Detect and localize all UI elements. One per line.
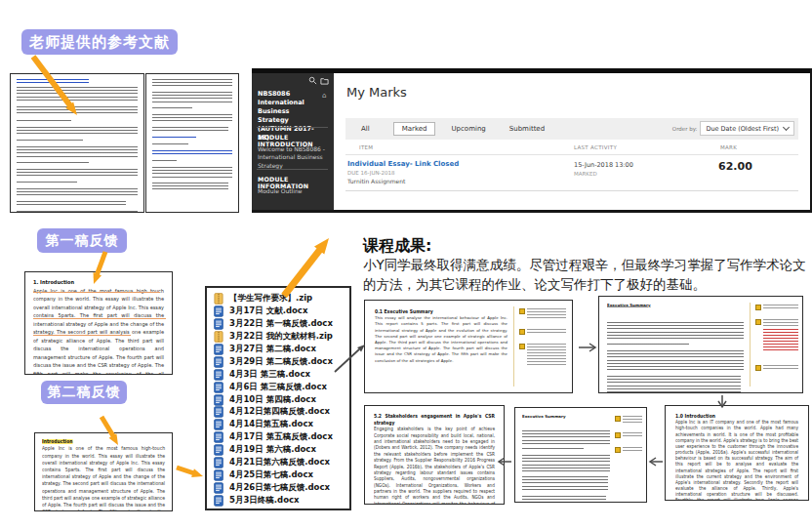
status-badge: MARKED: [574, 171, 597, 177]
sidebar-item-module-outline[interactable]: Module Outline: [258, 187, 326, 195]
file-list-item[interactable]: 4月6日 第三稿反馈.docx: [214, 381, 345, 393]
document-text: [522, 430, 610, 503]
draft2-document: Introduction Apple Inc is one of the mos…: [34, 432, 173, 511]
order-by-dropdown[interactable]: Due Date (Oldest First): [700, 121, 794, 136]
file-list-item[interactable]: 3月17日 文献.docx: [214, 305, 345, 318]
comment-column: [755, 305, 798, 385]
search-icon[interactable]: [308, 76, 317, 85]
text-lines: [607, 376, 741, 393]
file-list-item[interactable]: 3月22日 第一稿反馈.docx: [214, 318, 345, 331]
file-name: 【学生写作要求】.zip: [229, 293, 312, 305]
text-lines: [17, 120, 71, 123]
word-document-icon: [214, 394, 226, 406]
file-name: 4月17日 第五稿反馈.docx: [229, 431, 333, 443]
file-list-item[interactable]: 4月26日第七稿反馈.docx: [214, 481, 345, 494]
comment-icon: [519, 329, 525, 335]
due-date: DUE 16-JUN-2018: [347, 170, 395, 176]
chevron-down-icon: [783, 124, 790, 131]
file-name: 5月3日终稿.docx: [229, 495, 300, 507]
slide-canvas: 老师提供的参考文献 第一稿反馈 第二稿反馈 NBS8086 Internatio…: [0, 0, 812, 529]
text-lines: [152, 127, 228, 133]
draft2-body: Apple Inc is one of the most famous high…: [42, 445, 165, 511]
comment-icon: [519, 308, 525, 314]
folder-icon[interactable]: [320, 76, 329, 85]
comment-column: [615, 416, 642, 494]
marks-tabbar: AllMarkedUpcomingSubmitted Order by: Due…: [345, 118, 798, 140]
thumb-body: Engaging stakeholders is the key point o…: [374, 427, 495, 506]
sidebar-item-welcome[interactable]: Welcome to NBS8086 - International Busin…: [258, 145, 326, 170]
text-lines: [17, 127, 138, 136]
file-list-item[interactable]: 4月21日第六稿反馈.docx: [214, 457, 345, 469]
text-lines: [17, 162, 89, 165]
mark-value: 62.00: [718, 160, 752, 173]
comment-marker: [755, 305, 798, 310]
label-teacher-references: 老师提供的参考文献: [21, 29, 178, 55]
thumb-body: This essay will analyse the internationa…: [375, 315, 508, 364]
zip-archive-icon: [214, 331, 226, 343]
comment-text-lines: [623, 447, 642, 453]
feedback-mark: [33, 318, 166, 319]
file-list-item[interactable]: 3月29日 第二稿反馈.docx: [214, 355, 345, 368]
file-name: 4月19日 第六稿.docx: [229, 444, 316, 456]
home-icon[interactable]: ⌂: [322, 92, 326, 100]
col-mark: MARK: [720, 144, 737, 150]
reference-doc-text: [17, 79, 138, 213]
tab-upcoming[interactable]: Upcoming: [451, 125, 485, 133]
table-row: Individual Essay- Link Closed DUE 16-JUN…: [345, 155, 798, 191]
file-list-item[interactable]: 4月10日 第四稿.docx: [214, 393, 345, 406]
tracked-changes-text: [607, 322, 744, 393]
thumb-heading: Executive Summary: [522, 414, 610, 419]
thumb-heading: Executive Summary: [607, 303, 744, 308]
tab-submitted[interactable]: Submitted: [509, 125, 545, 133]
file-list-item[interactable]: 5月3日终稿.docx: [214, 494, 345, 507]
comment-red-text-lines: [763, 329, 798, 352]
thumb-stakeholders: 5.2 Stakeholders engagement in Apple's C…: [364, 405, 505, 505]
file-name: 4月6日 第三稿反馈.docx: [229, 382, 327, 393]
file-list-item[interactable]: 4月3日 第三稿.docx: [214, 368, 345, 381]
text-lines: [17, 201, 126, 207]
file-name: 3月22日 第一稿反馈.docx: [229, 318, 333, 330]
text-lines: [607, 350, 744, 372]
label-draft1-feedback: 第一稿反馈: [37, 228, 127, 253]
text-lines: [152, 79, 232, 88]
file-list-item[interactable]: 【学生写作要求】.zip: [214, 293, 345, 305]
comment-text-lines: [763, 305, 798, 309]
comment-text-lines: [763, 319, 798, 327]
file-list-item[interactable]: 4月14日第五稿.docx: [214, 419, 345, 431]
file-list-item[interactable]: 3月27日 第二稿.docx: [214, 344, 345, 356]
divider: [257, 127, 328, 128]
thumb-exec-summary-final: Executive Summary: [514, 407, 647, 503]
text-lines: [152, 107, 192, 110]
lms-sidebar: NBS8086 International Business Strategy …: [252, 68, 334, 210]
table-header: ITEM LAST ACTIVITY MARK: [345, 140, 798, 155]
comment-text-lines: [527, 308, 566, 320]
comment-marker: [615, 432, 642, 438]
comment-icon: [755, 319, 761, 325]
file-name: 4月14日第五稿.docx: [229, 419, 313, 430]
text-lines: [17, 87, 138, 102]
text-lines: [522, 496, 606, 503]
tab-all[interactable]: All: [361, 125, 370, 133]
text-lines: [607, 322, 744, 340]
text-lines: [607, 344, 689, 346]
comment-marker: [615, 416, 642, 424]
text-lines: [152, 143, 188, 146]
word-document-icon: [214, 431, 226, 443]
file-name: 4月3日 第三稿.docx: [229, 369, 310, 381]
thumb-introduction-final: 1.0 Introduction Apple Inc is an IT comp…: [665, 405, 809, 501]
word-document-icon: [214, 305, 226, 317]
file-list-item[interactable]: 4月12日第四稿反馈.docx: [214, 406, 345, 419]
lms-screenshot: NBS8086 International Business Strategy …: [252, 68, 812, 213]
draft2-heading: Introduction: [42, 439, 72, 444]
comment-text-lines: [527, 329, 566, 334]
thumb-body: Apple Inc is an IT company and one of th…: [675, 420, 798, 501]
file-list-item[interactable]: 3月22日 我的文献材料.zip: [214, 331, 345, 344]
tab-marked[interactable]: Marked: [393, 122, 436, 136]
assignment-type: Turnitin Assignment: [347, 178, 405, 184]
file-list-item[interactable]: 4月25日第七稿.docx: [214, 468, 345, 481]
comment-marker: [755, 319, 798, 356]
file-list-item[interactable]: 4月19日 第六稿.docx: [214, 444, 345, 457]
file-list-item[interactable]: 4月17日 第五稿反馈.docx: [214, 431, 345, 444]
text-lines: [17, 188, 138, 197]
assignment-link[interactable]: Individual Essay- Link Closed: [347, 160, 459, 168]
